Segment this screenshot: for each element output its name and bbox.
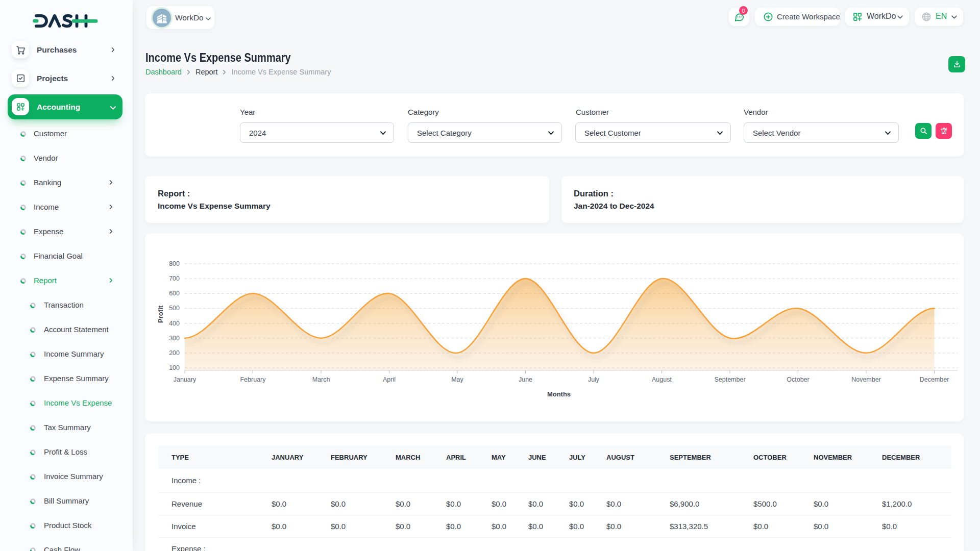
svg-text:700: 700: [169, 275, 180, 282]
svg-text:March: March: [312, 376, 330, 383]
svg-text:October: October: [787, 376, 809, 383]
svg-text:200: 200: [169, 349, 180, 357]
svg-text:November: November: [851, 376, 881, 383]
svg-text:July: July: [588, 376, 600, 383]
svg-text:100: 100: [169, 364, 180, 371]
svg-text:800: 800: [169, 260, 180, 267]
svg-text:February: February: [240, 376, 266, 383]
svg-text:400: 400: [169, 320, 180, 327]
svg-text:August: August: [652, 376, 672, 383]
svg-text:April: April: [383, 376, 396, 383]
svg-text:January: January: [174, 376, 197, 383]
svg-text:December: December: [920, 376, 949, 383]
svg-text:600: 600: [169, 290, 180, 297]
svg-text:300: 300: [169, 335, 180, 342]
svg-text:Months: Months: [547, 390, 571, 398]
svg-text:Profit: Profit: [157, 305, 164, 323]
svg-text:June: June: [519, 376, 532, 383]
svg-text:May: May: [451, 376, 463, 383]
svg-text:September: September: [714, 376, 745, 383]
svg-text:500: 500: [169, 305, 180, 312]
